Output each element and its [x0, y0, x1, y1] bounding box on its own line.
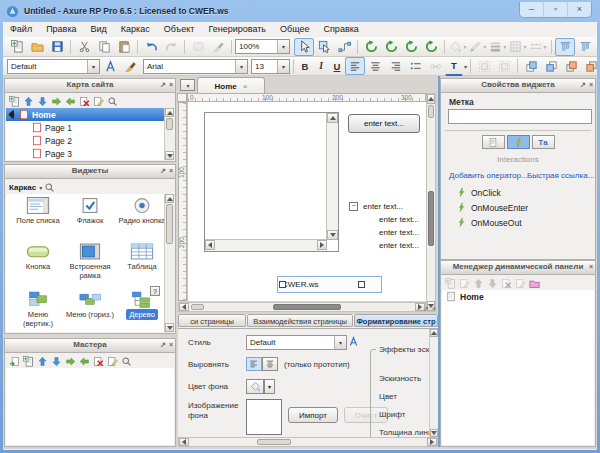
bring-front-button[interactable] — [561, 57, 581, 75]
close-panel-icon[interactable]: × — [432, 305, 436, 313]
tab-page-notes[interactable]: си страницы — [178, 314, 246, 327]
event-onclick[interactable]: OnClick — [457, 187, 501, 198]
redo-button[interactable] — [161, 38, 181, 56]
page-align-center-button[interactable] — [262, 357, 278, 371]
zoom-select[interactable]: 100% ▾ — [235, 39, 290, 54]
widget-radio[interactable]: Радио кнопка — [116, 197, 165, 225]
widget-listbox[interactable]: Поле списка — [12, 197, 64, 225]
import-image-button[interactable]: Импорт — [288, 407, 338, 423]
outdent-icon[interactable] — [79, 356, 90, 367]
page-panel-vscrollbar[interactable] — [429, 329, 438, 437]
edit-master-icon[interactable] — [107, 356, 118, 367]
event-onmouseenter[interactable]: OnMouseEnter — [457, 202, 528, 213]
tab-home[interactable]: Home × — [197, 77, 265, 94]
link-button[interactable] — [425, 57, 445, 75]
move-up-icon[interactable] — [23, 96, 34, 107]
tab-annotations[interactable] — [482, 135, 505, 149]
generate-spec-button[interactable] — [381, 38, 401, 56]
search-icon[interactable] — [44, 182, 55, 193]
widget-iframe[interactable]: Встроенная рамка — [64, 243, 116, 280]
generate-prototype-button[interactable] — [361, 38, 381, 56]
minimize-button[interactable]: – — [520, 2, 544, 17]
menu-file[interactable]: Файл — [3, 22, 39, 37]
line-color-button[interactable]: ▾ — [468, 38, 488, 56]
delete-panel-icon[interactable] — [501, 278, 512, 289]
underline-button[interactable]: U — [329, 57, 345, 75]
bg-image-swatch[interactable] — [246, 399, 282, 435]
panel-state-folder-icon[interactable] — [529, 278, 540, 289]
delete-master-icon[interactable] — [93, 356, 104, 367]
send-backward-button[interactable] — [541, 57, 561, 75]
select-mode-button[interactable] — [294, 38, 314, 56]
canvas-listbox-widget[interactable] — [204, 112, 339, 252]
align-bottom-button[interactable] — [595, 38, 600, 56]
search-icon[interactable] — [121, 356, 132, 367]
cut-button[interactable] — [74, 38, 94, 56]
close-panel-icon[interactable]: × — [169, 79, 173, 91]
resize-handle-left[interactable] — [279, 281, 286, 288]
edit-style-icon[interactable] — [348, 336, 359, 347]
undo-button[interactable] — [141, 38, 161, 56]
align-middle-button[interactable] — [575, 38, 595, 56]
open-button[interactable] — [27, 38, 47, 56]
style-editor-button[interactable] — [100, 57, 120, 75]
menu-object[interactable]: Объект — [157, 22, 202, 37]
new-page-button[interactable] — [7, 38, 27, 56]
close-panel-icon[interactable]: × — [169, 165, 173, 177]
tab-interactions[interactable] — [507, 135, 530, 149]
panel-item-home[interactable]: Home — [442, 290, 594, 303]
canvas-tree-widget[interactable]: −enter text... enter text... enter text.… — [349, 200, 427, 252]
float-panel-icon[interactable]: ↗ — [160, 339, 166, 351]
dash-style-button[interactable]: ▾ — [528, 38, 548, 56]
sitemap-item-home[interactable]: Home — [6, 108, 165, 121]
widget-label-input[interactable] — [448, 109, 592, 124]
format-painter-button[interactable] — [208, 38, 228, 56]
outdent-icon[interactable] — [65, 96, 76, 107]
tab-close-icon[interactable]: × — [243, 82, 248, 91]
connector-mode-button[interactable] — [334, 38, 354, 56]
tab-page-formatting[interactable]: Форматирование стр — [354, 314, 438, 327]
line-weight-button[interactable]: ▾ — [488, 38, 508, 56]
bold-button[interactable]: B — [297, 57, 313, 75]
resize-handle-right[interactable] — [358, 281, 365, 288]
select-contained-button[interactable] — [314, 38, 334, 56]
sitemap-item-page1[interactable]: Page 1 — [6, 121, 165, 134]
indent-icon[interactable] — [65, 356, 76, 367]
add-page-icon[interactable] — [9, 96, 20, 107]
tab-page-interactions[interactable]: Взаимодействия страницы — [247, 314, 353, 327]
page-align-left-button[interactable] — [246, 357, 262, 371]
font-size-select[interactable]: 13 ▾ — [251, 59, 290, 74]
page-style-select[interactable]: Default ▾ — [246, 335, 347, 350]
bg-color-dropdown[interactable]: ▾ — [264, 379, 275, 394]
quick-link[interactable]: Быстрая ссылка... — [527, 171, 594, 180]
event-onmouseout[interactable]: OnMouseOut — [457, 217, 522, 228]
widget-menu-horizontal[interactable]: Меню (гориз.) — [64, 291, 116, 319]
move-up-icon[interactable] — [473, 278, 484, 289]
canvas-selected-label[interactable]: CWER.ws — [277, 276, 382, 293]
move-down-icon[interactable] — [51, 356, 62, 367]
close-panel-icon[interactable]: × — [589, 261, 593, 273]
page-panel-hscrollbar[interactable] — [178, 437, 438, 447]
canvas-hscrollbar[interactable] — [178, 302, 426, 312]
font-family-select[interactable]: Arial ▾ — [143, 59, 248, 74]
widget-table[interactable]: Таблица — [116, 243, 165, 271]
float-panel-icon[interactable]: ↗ — [160, 165, 166, 177]
expander-icon[interactable] — [9, 110, 19, 120]
fill-color-button[interactable]: ▾ — [448, 38, 468, 56]
tab-list-button[interactable]: ▾ — [180, 79, 195, 91]
library-select[interactable]: Каркас — [9, 183, 36, 192]
new-master-icon[interactable] — [23, 356, 34, 367]
generate-word-button[interactable] — [401, 38, 421, 56]
align-left-button[interactable] — [345, 57, 365, 75]
align-top-button[interactable] — [555, 38, 575, 56]
indent-icon[interactable] — [51, 96, 62, 107]
text-color-button[interactable]: T — [445, 57, 463, 76]
canvas-button-widget[interactable]: enter text... — [348, 114, 420, 133]
menu-help[interactable]: Справка — [317, 22, 366, 37]
float-panel-icon[interactable]: ↗ — [423, 305, 429, 313]
paste-button[interactable] — [114, 38, 134, 56]
menu-generate[interactable]: Генерировать — [201, 22, 273, 37]
masters-list[interactable] — [6, 368, 174, 445]
italic-button[interactable]: I — [313, 57, 329, 75]
menu-view[interactable]: Вид — [84, 22, 114, 37]
